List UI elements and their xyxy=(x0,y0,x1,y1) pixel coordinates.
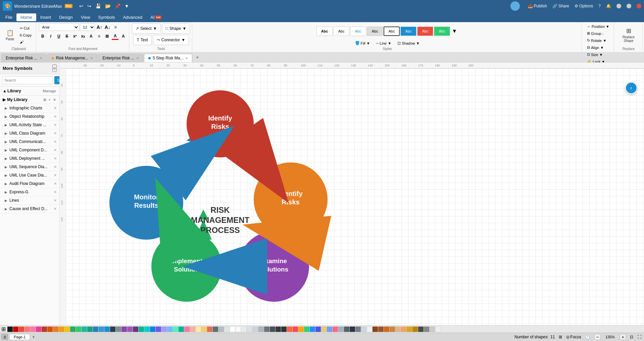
color-swatch[interactable] xyxy=(70,327,76,332)
style-box-2[interactable]: Abc xyxy=(333,27,349,36)
color-swatch[interactable] xyxy=(367,327,372,332)
item-2-close[interactable]: ✕ xyxy=(54,114,57,119)
color-swatch[interactable] xyxy=(350,327,355,332)
style-box-4[interactable]: Abc xyxy=(367,27,383,36)
copy-btn[interactable]: ⎘Copy xyxy=(17,32,34,38)
color-swatch[interactable] xyxy=(59,327,64,332)
style-box-1[interactable]: Abc xyxy=(316,27,333,36)
menu-symbols[interactable]: Symbols xyxy=(94,13,119,21)
connector-btn[interactable]: ⤳ Connector ▼ xyxy=(153,35,189,45)
color-swatch[interactable] xyxy=(36,327,41,332)
color-swatch[interactable] xyxy=(30,327,36,332)
library-item-7[interactable]: ▶ UML Deployment ... ✕ xyxy=(0,154,59,163)
canvas-content[interactable]: Identify Risks Identify Risks Examine So… xyxy=(66,68,644,325)
superscript-btn[interactable]: x² xyxy=(71,33,79,40)
library-item-8[interactable]: ▶ UML Sequence Dia... ✕ xyxy=(0,163,59,171)
color-swatch[interactable] xyxy=(401,327,406,332)
menu-design[interactable]: Design xyxy=(55,13,77,21)
item-6-close[interactable]: ✕ xyxy=(54,148,57,152)
panel-toggle-btn[interactable]: ‹ xyxy=(625,82,637,94)
color-swatch[interactable] xyxy=(184,327,190,332)
tab-3[interactable]: Enterprise Risk ... ✕ xyxy=(98,54,143,62)
library-item-1[interactable]: ▶ Infographic Charts ✕ xyxy=(0,104,59,112)
cut-btn[interactable]: ✂Cut xyxy=(17,25,34,32)
color-swatch[interactable] xyxy=(412,327,418,332)
my-library-add-btn[interactable]: + xyxy=(48,98,51,102)
library-item-11[interactable]: ▶ Express-G ✕ xyxy=(0,188,59,196)
highlight-btn[interactable]: A xyxy=(119,33,127,40)
library-item-2[interactable]: ▶ Object Relationship ✕ xyxy=(0,112,59,121)
color-swatch[interactable] xyxy=(76,327,81,332)
line-btn[interactable]: ─ Line ▼ xyxy=(374,40,394,46)
fill-btn[interactable]: 🪣 Fill ▼ xyxy=(353,40,373,46)
color-swatch[interactable] xyxy=(361,327,366,332)
color-swatch[interactable] xyxy=(121,327,127,332)
item-4-close[interactable]: ✕ xyxy=(54,131,57,136)
my-library-close-btn[interactable]: ✕ xyxy=(52,98,57,102)
panel-collapse-btn[interactable]: « xyxy=(52,64,57,72)
library-item-6[interactable]: ▶ UML Component D... ✕ xyxy=(0,146,59,154)
item-8-close[interactable]: ✕ xyxy=(54,165,57,169)
color-swatch[interactable] xyxy=(53,327,58,332)
color-picker-btn[interactable]: ⊞ xyxy=(1,326,6,332)
color-swatch[interactable] xyxy=(384,327,389,332)
library-item-4[interactable]: ▶ UML Class Diagram ✕ xyxy=(0,129,59,138)
text-size-btn[interactable]: A xyxy=(87,33,95,40)
color-swatch[interactable] xyxy=(116,327,121,332)
color-swatch[interactable] xyxy=(167,327,172,332)
item-13-close[interactable]: ✕ xyxy=(54,207,57,211)
underline-btn[interactable]: U xyxy=(55,33,62,40)
group-btn[interactable]: ⊞ Group - xyxy=(585,30,612,37)
library-item-10[interactable]: ▶ Audit Flow Diagram ✕ xyxy=(0,180,59,188)
color-swatch[interactable] xyxy=(207,327,212,332)
style-box-6[interactable]: Abc xyxy=(400,27,416,36)
color-swatch[interactable] xyxy=(407,327,412,332)
color-swatch[interactable] xyxy=(264,327,269,332)
style-box-3[interactable]: Abc xyxy=(350,27,366,36)
tab-4-close[interactable]: ✕ xyxy=(185,56,188,60)
strikethrough-btn[interactable]: S xyxy=(63,33,70,40)
search-input[interactable] xyxy=(2,76,53,84)
format-painter-btn[interactable]: 🖌 xyxy=(17,39,34,45)
page-tab-1[interactable]: Page-1 xyxy=(9,334,30,340)
color-swatch[interactable] xyxy=(127,327,133,332)
my-library-item[interactable]: ▶ My Library ⊞ + ✕ xyxy=(0,96,59,104)
item-7-close[interactable]: ✕ xyxy=(54,156,57,161)
color-swatch[interactable] xyxy=(373,327,378,332)
font-family-selector[interactable]: Arial xyxy=(39,23,79,31)
focus-btn[interactable]: ◎ Focus xyxy=(566,335,581,339)
close-btn[interactable] xyxy=(637,4,641,8)
font-color-btn[interactable]: A xyxy=(111,33,119,40)
manage-btn[interactable]: Manage xyxy=(42,89,57,93)
align-btn[interactable]: ⊟ Align▼ xyxy=(585,44,612,51)
color-swatch[interactable] xyxy=(7,327,13,332)
save-btn[interactable]: 💾 xyxy=(94,3,102,9)
color-swatch[interactable] xyxy=(287,327,292,332)
color-swatch[interactable] xyxy=(321,327,327,332)
help-btn[interactable]: ? xyxy=(598,4,601,8)
item-1-close[interactable]: ✕ xyxy=(54,106,57,110)
item-10-close[interactable]: ✕ xyxy=(54,182,57,186)
color-swatch[interactable] xyxy=(104,327,110,332)
tab-2-close[interactable]: ✕ xyxy=(90,56,93,60)
color-swatch[interactable] xyxy=(13,327,18,332)
fullscreen-btn[interactable]: ⛶ xyxy=(637,335,641,339)
minimize-btn[interactable] xyxy=(616,4,621,8)
color-swatch[interactable] xyxy=(281,327,287,332)
menu-file[interactable]: File xyxy=(1,13,16,21)
italic-btn[interactable]: I xyxy=(47,33,54,40)
fit-page-btn[interactable]: ⊡ xyxy=(630,335,633,339)
color-swatch[interactable] xyxy=(258,327,264,332)
pin-btn[interactable]: 📌 xyxy=(113,3,122,9)
library-item-13[interactable]: ▶ Cause and Effect D... ✕ xyxy=(0,205,59,213)
publish-btn[interactable]: 📤 Publish xyxy=(528,4,547,8)
color-swatch[interactable] xyxy=(173,327,178,332)
menu-ai[interactable]: AI hot xyxy=(146,13,165,21)
color-swatch[interactable] xyxy=(161,327,167,332)
font-size-selector[interactable]: 12 xyxy=(80,23,95,31)
color-swatch[interactable] xyxy=(276,327,281,332)
color-swatch[interactable] xyxy=(236,327,241,332)
color-swatch[interactable] xyxy=(390,327,395,332)
color-swatch[interactable] xyxy=(218,327,224,332)
color-swatch[interactable] xyxy=(190,327,195,332)
